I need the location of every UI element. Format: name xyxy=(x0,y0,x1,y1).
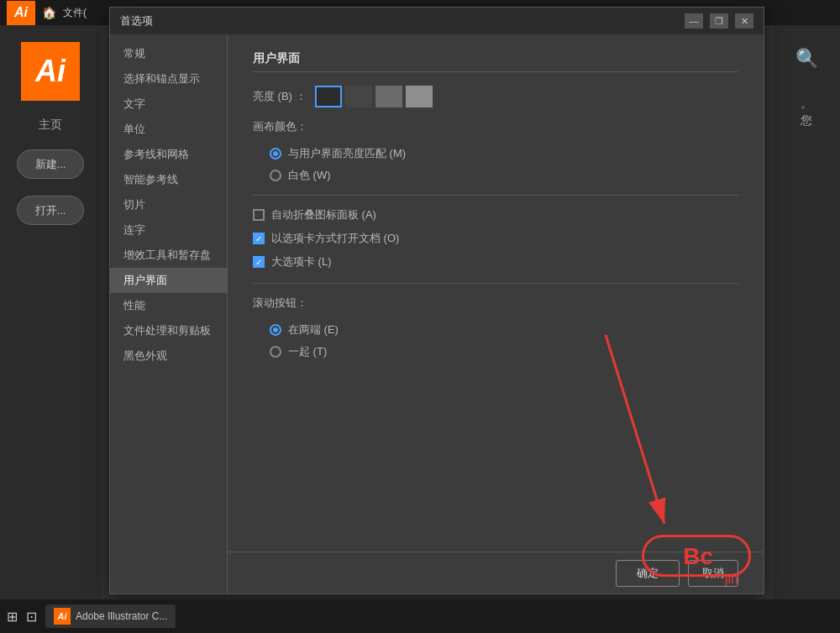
taskbar-search-icon[interactable]: ⊡ xyxy=(26,609,37,625)
checkbox-auto-collapse-label: 自动折叠图标面板 (A) xyxy=(271,207,376,222)
minimize-button[interactable]: — xyxy=(685,13,703,29)
radio-white-label: 白色 (W) xyxy=(288,168,331,183)
swatch-light[interactable] xyxy=(406,86,433,107)
swatch-medium-dark[interactable] xyxy=(345,86,372,107)
open-button-label: 打开... xyxy=(35,203,66,218)
checkbox-large-tab-label: 大选项卡 (L) xyxy=(271,254,332,269)
open-button[interactable]: 打开... xyxy=(17,196,84,225)
radio-white[interactable]: 白色 (W) xyxy=(270,168,738,183)
home-nav-icon[interactable]: 🏠 xyxy=(42,6,56,19)
nav-item-filehandling[interactable]: 文件处理和剪贴板 xyxy=(110,318,227,343)
cancel-button[interactable]: 取消 xyxy=(688,560,738,587)
nav-item-ui[interactable]: 用户界面 xyxy=(110,268,227,293)
scroll-btn-label: 滚动按钮： xyxy=(253,296,307,311)
dialog-footer: 确定 取消 xyxy=(228,552,764,594)
radio-match-ui-circle[interactable] xyxy=(270,148,281,160)
logo-text: Ai xyxy=(14,5,28,20)
nav-item-slice[interactable]: 切片 xyxy=(110,192,227,217)
nav-item-units[interactable]: 单位 xyxy=(110,117,227,142)
ok-button[interactable]: 确定 xyxy=(616,560,680,587)
divider-2 xyxy=(253,283,738,284)
ai-logo: Ai xyxy=(7,1,35,25)
left-sidebar: Ai 主页 新建... 打开... xyxy=(0,25,101,633)
home-label: 主页 xyxy=(39,118,62,133)
search-icon[interactable]: 🔍 xyxy=(790,42,823,76)
nav-item-black[interactable]: 黑色外观 xyxy=(110,343,227,369)
brightness-swatches xyxy=(315,86,433,107)
ai-logo-large: Ai xyxy=(21,42,80,101)
nav-item-hyphen[interactable]: 连字 xyxy=(110,217,227,243)
nav-item-tools[interactable]: 增效工具和暂存盘 xyxy=(110,243,227,268)
checkbox-open-tab-box[interactable]: ✓ xyxy=(253,233,265,244)
preferences-dialog: 首选项 — ❐ ✕ 常规 选择和锚点显示 文字 单位 参考线和网格 智能参考线 … xyxy=(109,7,764,594)
nav-item-guides[interactable]: 参考线和网格 xyxy=(110,142,227,167)
checkbox-large-tab-box[interactable]: ✓ xyxy=(253,256,265,268)
dialog-controls: — ❐ ✕ xyxy=(685,13,753,29)
brightness-row: 亮度 (B) ： xyxy=(253,86,738,107)
nav-item-general[interactable]: 常规 xyxy=(110,41,227,66)
close-button[interactable]: ✕ xyxy=(735,13,753,29)
swatch-medium-light[interactable] xyxy=(375,86,402,107)
radio-both-ends-label: 在两端 (E) xyxy=(288,322,339,337)
file-menu[interactable]: 文件( xyxy=(63,6,87,20)
taskbar-ai-label: Adobe Illustrator C... xyxy=(76,610,167,622)
checkbox-open-tab-label: 以选项卡方式打开文档 (O) xyxy=(271,231,399,246)
radio-both-ends-circle[interactable] xyxy=(270,324,281,336)
dialog-title: 首选项 xyxy=(120,13,153,29)
logo-large-text: Ai xyxy=(35,54,66,89)
new-button-label: 新建... xyxy=(35,157,66,172)
brightness-label: 亮度 (B) ： xyxy=(253,89,307,104)
canvas-color-row: 画布颜色： xyxy=(253,119,738,134)
radio-both-ends[interactable]: 在两端 (E) xyxy=(270,322,738,337)
taskbar: ⊞ ⊡ Ai Adobe Illustrator C... xyxy=(0,599,840,633)
checkbox-auto-collapse-box[interactable] xyxy=(253,209,265,221)
checkbox-group: 自动折叠图标面板 (A) ✓ 以选项卡方式打开文档 (O) ✓ 大选项卡 (L) xyxy=(253,207,738,269)
swatch-dark[interactable] xyxy=(315,86,342,107)
radio-together[interactable]: 一起 (T) xyxy=(270,344,738,359)
divider-1 xyxy=(253,195,738,196)
checkbox-open-tab[interactable]: ✓ 以选项卡方式打开文档 (O) xyxy=(253,231,738,246)
radio-match-ui[interactable]: 与用户界面亮度匹配 (M) xyxy=(270,146,738,161)
checkbox-large-tab[interactable]: ✓ 大选项卡 (L) xyxy=(253,254,738,269)
nav-item-smart[interactable]: 智能参考线 xyxy=(110,167,227,192)
nav-item-text[interactable]: 文字 xyxy=(110,92,227,117)
canvas-radio-group: 与用户界面亮度匹配 (M) 白色 (W) xyxy=(270,146,738,183)
dialog-body: 常规 选择和锚点显示 文字 单位 参考线和网格 智能参考线 切片 连字 增效工具… xyxy=(110,34,764,594)
scroll-section: 滚动按钮： 在两端 (E) 一起 (T) xyxy=(253,296,738,359)
new-button[interactable]: 新建... xyxy=(17,149,84,179)
dialog-nav: 常规 选择和锚点显示 文字 单位 参考线和网格 智能参考线 切片 连字 增效工具… xyxy=(110,34,228,594)
scroll-radio-group: 在两端 (E) 一起 (T) xyxy=(270,322,738,359)
dialog-titlebar: 首选项 — ❐ ✕ xyxy=(110,8,764,34)
nav-item-perf[interactable]: 性能 xyxy=(110,293,227,318)
canvas-color-label: 画布颜色： xyxy=(253,119,307,134)
nav-item-selection[interactable]: 选择和锚点显示 xyxy=(110,66,227,92)
windows-start-icon[interactable]: ⊞ xyxy=(7,609,18,625)
restore-button[interactable]: ❐ xyxy=(710,13,728,29)
dialog-content: 用户界面 亮度 (B) ： 画布颜色： 与用户界面亮度匹配 (M) xyxy=(228,34,764,594)
radio-white-circle[interactable] xyxy=(270,170,281,181)
section-title: 用户界面 xyxy=(253,51,738,72)
taskbar-ai-item[interactable]: Ai Adobe Illustrator C... xyxy=(45,604,176,628)
radio-match-ui-label: 与用户界面亮度匹配 (M) xyxy=(288,146,406,161)
radio-together-label: 一起 (T) xyxy=(288,344,327,359)
scroll-btn-row: 滚动按钮： xyxy=(253,296,738,311)
taskbar-ai-logo: Ai xyxy=(54,608,71,625)
right-panel: 🔍 您。 xyxy=(773,25,840,633)
radio-together-circle[interactable] xyxy=(270,346,281,358)
right-panel-text: 您。 xyxy=(799,105,814,117)
checkbox-auto-collapse[interactable]: 自动折叠图标面板 (A) xyxy=(253,207,738,222)
